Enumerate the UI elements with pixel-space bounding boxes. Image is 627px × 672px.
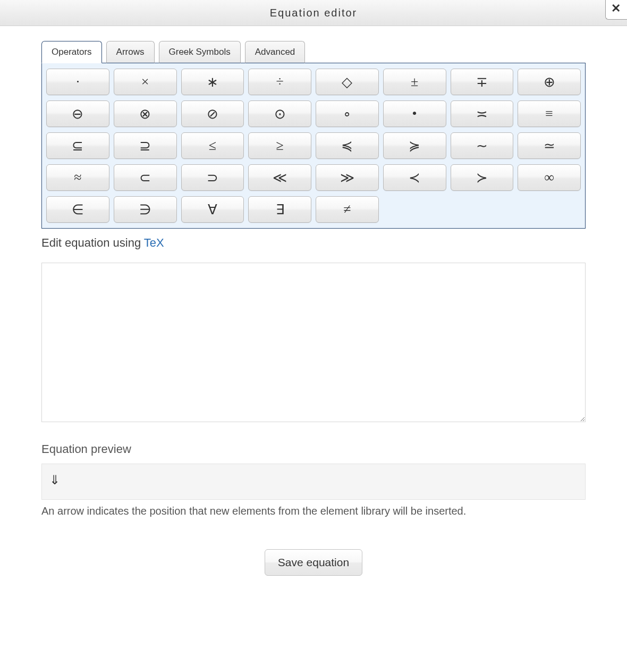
symbol-ni[interactable]: ∋ (114, 196, 177, 223)
symbol-infinity[interactable]: ∞ (518, 164, 581, 191)
symbol-diamond[interactable]: ◇ (316, 69, 379, 95)
symbol-succ[interactable]: ≻ (451, 164, 514, 191)
tex-section-label: Edit equation using TeX (41, 236, 586, 250)
symbol-gg[interactable]: ≫ (316, 164, 379, 191)
dialog-body: Operators Arrows Greek Symbols Advanced … (0, 26, 627, 608)
operators-palette: ·×∗÷◇±∓⊕⊖⊗⊘⊙∘•≍≡⊆⊇≤≥≼≽∼≃≈⊂⊃≪≫≺≻∞∈∋∀∃≠ (41, 63, 586, 229)
symbol-ll[interactable]: ≪ (248, 164, 311, 191)
symbol-ominus[interactable]: ⊖ (46, 100, 109, 127)
tab-operators[interactable]: Operators (41, 41, 102, 63)
symbol-plus-minus[interactable]: ± (383, 69, 446, 95)
symbol-sim[interactable]: ∼ (451, 132, 514, 159)
symbol-bullet[interactable]: • (383, 100, 446, 127)
tab-arrows[interactable]: Arrows (106, 41, 155, 63)
symbol-times[interactable]: × (114, 69, 177, 95)
symbol-oplus[interactable]: ⊕ (518, 69, 581, 95)
save-equation-button[interactable]: Save equation (265, 549, 362, 576)
symbol-neq[interactable]: ≠ (316, 196, 379, 223)
symbol-asymp[interactable]: ≍ (451, 100, 514, 127)
symbol-small-circle[interactable]: ∘ (316, 100, 379, 127)
symbol-leq[interactable]: ≤ (181, 132, 244, 159)
symbol-preceq[interactable]: ≼ (316, 132, 379, 159)
symbol-supseteq[interactable]: ⊇ (114, 132, 177, 159)
symbol-subseteq[interactable]: ⊆ (46, 132, 109, 159)
tex-input[interactable] (41, 263, 586, 422)
symbol-dot[interactable]: · (46, 69, 109, 95)
dialog-title: Equation editor (270, 7, 358, 19)
symbol-element-of[interactable]: ∈ (46, 196, 109, 223)
symbol-equiv[interactable]: ≡ (518, 100, 581, 127)
symbol-asterisk[interactable]: ∗ (181, 69, 244, 95)
symbol-succeq[interactable]: ≽ (383, 132, 446, 159)
symbol-geq[interactable]: ≥ (248, 132, 311, 159)
symbol-approx[interactable]: ≈ (46, 164, 109, 191)
tabs-row: Operators Arrows Greek Symbols Advanced (41, 41, 586, 63)
symbol-prec[interactable]: ≺ (383, 164, 446, 191)
symbol-simeq[interactable]: ≃ (518, 132, 581, 159)
tex-label-prefix: Edit equation using (41, 236, 144, 249)
preview-hint: An arrow indicates the position that new… (41, 505, 586, 517)
symbol-otimes[interactable]: ⊗ (114, 100, 177, 127)
close-icon: ✕ (611, 2, 622, 15)
symbol-odot[interactable]: ⊙ (248, 100, 311, 127)
preview-label: Equation preview (41, 442, 586, 456)
dialog-titlebar: Equation editor ✕ (0, 0, 627, 26)
symbol-subset[interactable]: ⊂ (114, 164, 177, 191)
symbol-supset[interactable]: ⊃ (181, 164, 244, 191)
symbol-forall[interactable]: ∀ (181, 196, 244, 223)
symbol-minus-plus[interactable]: ∓ (451, 69, 514, 95)
insertion-arrow-icon: ⇓ (49, 473, 60, 487)
symbol-exists[interactable]: ∃ (248, 196, 311, 223)
preview-box: ⇓ (41, 464, 586, 500)
actions-row: Save equation (41, 549, 586, 576)
tab-greek-symbols[interactable]: Greek Symbols (159, 41, 241, 63)
tab-advanced[interactable]: Advanced (245, 41, 306, 63)
tex-link[interactable]: TeX (144, 236, 164, 249)
close-button[interactable]: ✕ (605, 0, 627, 20)
symbol-oslash[interactable]: ⊘ (181, 100, 244, 127)
symbol-divide[interactable]: ÷ (248, 69, 311, 95)
